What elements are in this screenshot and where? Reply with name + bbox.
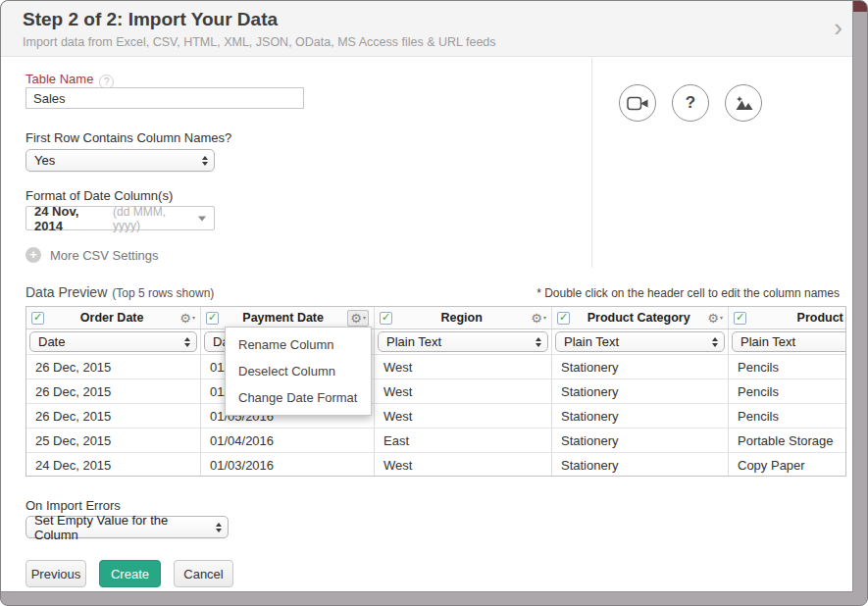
column-type-select[interactable]: Plain Text <box>378 331 548 352</box>
select-stepper-icon <box>536 337 541 347</box>
column-checkbox[interactable] <box>557 312 570 325</box>
dialog-header: Step 2 of 2: Import Your Data Import dat… <box>1 1 852 57</box>
caret-down-icon <box>198 216 206 221</box>
cell: 25 Dec, 2015 <box>26 429 201 452</box>
page-subtitle: Import data from Excel, CSV, HTML, XML, … <box>23 35 496 49</box>
cell: Portable Storage <box>729 429 846 452</box>
table-row: 26 Dec, 2015 01/ West Stationery Pencils <box>26 355 846 379</box>
type-cell: Date <box>26 329 201 354</box>
on-import-errors-select[interactable]: Set Empty Value for the Column <box>26 516 229 538</box>
header-cell-product: Product ⚙▾ <box>729 307 846 328</box>
data-preview-title: Data Preview <box>26 284 107 300</box>
select-stepper-icon <box>216 523 222 532</box>
type-cell: Plain Text <box>729 329 846 354</box>
column-type-value: Plain Text <box>740 334 795 349</box>
header-cell-payment-date: Payment Date ⚙▾ <box>201 307 375 328</box>
first-row-select-value: Yes <box>34 153 55 168</box>
data-preview-sublabel: (Top 5 rows shown) <box>112 286 214 300</box>
cell: Stationery <box>552 404 729 428</box>
select-stepper-icon <box>202 156 208 166</box>
column-name[interactable]: Payment Date <box>219 311 347 325</box>
column-name[interactable]: Region <box>392 311 531 325</box>
select-stepper-icon <box>712 337 718 347</box>
type-cell: Plain Text <box>375 329 552 354</box>
mountain-image-icon <box>734 95 754 112</box>
column-type-select[interactable]: Plain Text <box>732 331 846 352</box>
column-type-select[interactable]: Date <box>29 331 197 352</box>
on-import-errors-value: Set Empty Value for the Column <box>34 513 206 542</box>
on-import-errors-label: On Import Errors <box>26 498 121 513</box>
chevron-right-icon[interactable]: › <box>834 13 842 42</box>
import-dialog: Step 2 of 2: Import Your Data Import dat… <box>1 1 853 592</box>
column-name[interactable]: Product <box>746 311 846 325</box>
column-context-menu: Rename Column Deselect Column Change Dat… <box>225 327 372 416</box>
table-header-row: Order Date ⚙▾ Payment Date ⚙▾ Region ⚙▾ … <box>26 307 846 329</box>
column-checkbox[interactable] <box>206 312 219 325</box>
cell: Copy Paper <box>729 453 846 477</box>
question-mark-icon: ? <box>686 93 695 113</box>
column-type-value: Plain Text <box>564 334 619 349</box>
cell: 01/03/2016 <box>201 453 375 477</box>
more-csv-settings[interactable]: + More CSV Settings <box>26 247 159 263</box>
column-checkbox[interactable] <box>380 312 392 325</box>
table-name-input[interactable] <box>26 87 304 109</box>
previous-button[interactable]: Previous <box>26 560 86 587</box>
cell: East <box>375 429 552 452</box>
cell: Pencils <box>729 379 846 403</box>
cell: 01/04/2016 <box>201 429 375 452</box>
cell: 26 Dec, 2015 <box>26 379 201 403</box>
cell: West <box>375 453 552 477</box>
table-row: 26 Dec, 2015 01/ West Stationery Pencils <box>26 379 846 404</box>
cell: 24 Dec, 2015 <box>26 453 201 477</box>
data-preview-table: Order Date ⚙▾ Payment Date ⚙▾ Region ⚙▾ … <box>26 306 846 477</box>
header-cell-product-category: Product Category ⚙▾ <box>552 307 729 328</box>
table-row: 26 Dec, 2015 01/05/2016 West Stationery … <box>26 404 846 429</box>
gear-icon[interactable]: ⚙▾ <box>179 312 195 325</box>
table-row: 25 Dec, 2015 01/04/2016 East Stationery … <box>26 429 846 453</box>
cancel-button[interactable]: Cancel <box>174 560 233 587</box>
first-row-select[interactable]: Yes <box>26 149 215 172</box>
menu-item-deselect-column[interactable]: Deselect Column <box>226 358 371 384</box>
column-type-select[interactable]: Plain Text <box>555 331 725 352</box>
gear-icon[interactable]: ⚙▾ <box>707 312 723 325</box>
video-camera-icon <box>627 96 649 111</box>
vertical-divider <box>591 58 592 268</box>
cell: Pencils <box>729 355 846 379</box>
column-checkbox[interactable] <box>31 312 44 325</box>
cell: Stationery <box>552 429 729 452</box>
date-format-dropdown[interactable]: 24 Nov, 2014 (dd MMM, yyyy) <box>26 206 215 230</box>
date-format-value: 24 Nov, 2014 <box>34 204 105 233</box>
cell: Stationery <box>552 355 729 379</box>
cell: Stationery <box>552 453 729 477</box>
data-preview-label: Data Preview(Top 5 rows shown) <box>26 284 214 300</box>
table-name-label-text: Table Name <box>26 72 93 86</box>
menu-item-change-date-format[interactable]: Change Date Format <box>226 384 371 411</box>
gallery-button[interactable] <box>725 84 762 122</box>
table-row: 24 Dec, 2015 01/03/2016 West Stationery … <box>26 453 846 477</box>
cell: 26 Dec, 2015 <box>26 404 201 428</box>
column-name[interactable]: Order Date <box>44 311 179 325</box>
header-cell-order-date: Order Date ⚙▾ <box>26 307 201 328</box>
date-format-hint: (dd MMM, yyyy) <box>113 205 190 232</box>
gear-icon-active[interactable]: ⚙▾ <box>347 310 369 327</box>
cell: Pencils <box>729 404 846 428</box>
menu-item-rename-column[interactable]: Rename Column <box>226 331 371 358</box>
date-format-label: Format of Date Column(s) <box>26 188 173 203</box>
cell: West <box>375 379 552 403</box>
more-csv-settings-label: More CSV Settings <box>50 248 159 263</box>
create-button[interactable]: Create <box>99 560 161 587</box>
cell: West <box>375 404 552 428</box>
column-type-value: Plain Text <box>386 334 441 349</box>
column-type-value: Date <box>38 334 65 349</box>
cell: Stationery <box>552 379 729 403</box>
column-checkbox[interactable] <box>734 312 746 325</box>
cell: West <box>375 355 552 379</box>
header-cell-region: Region ⚙▾ <box>375 307 552 328</box>
help-button[interactable]: ? <box>672 84 709 122</box>
column-name[interactable]: Product Category <box>570 311 707 325</box>
header-edit-note: * Double click on the header cell to edi… <box>536 286 840 300</box>
page-title: Step 2 of 2: Import Your Data <box>23 9 278 30</box>
gear-icon[interactable]: ⚙▾ <box>531 312 546 325</box>
video-tutorial-button[interactable] <box>619 84 656 122</box>
cell: 26 Dec, 2015 <box>26 355 201 379</box>
